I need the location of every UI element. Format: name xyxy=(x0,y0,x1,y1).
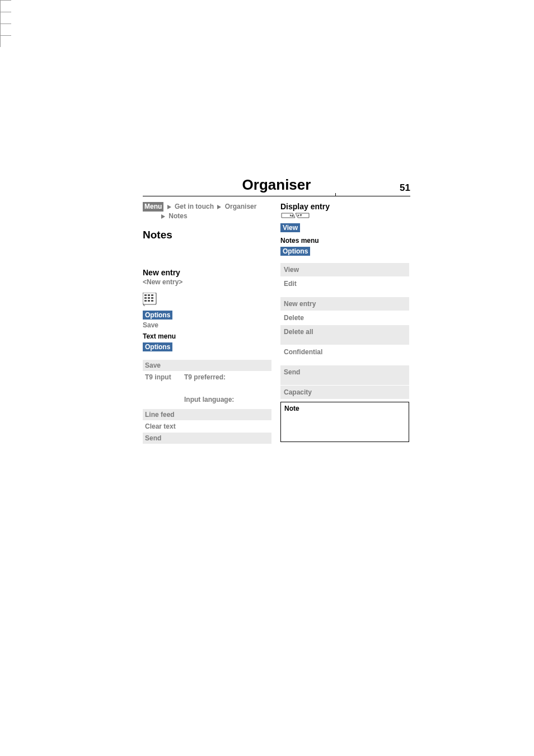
breadcrumb: Menu Get in touch Organiser Notes xyxy=(143,202,271,221)
table-row: T9 input T9 preferred: Input language: xyxy=(143,372,271,409)
menu-softkey: Menu xyxy=(143,202,163,212)
table-row: Delete all xyxy=(280,325,409,345)
menu-new-entry: New entry xyxy=(284,300,316,308)
text-menu-heading: Text menu xyxy=(143,332,271,340)
nav-key-icon: ▲ ▼ xyxy=(280,212,409,220)
table-row: Send xyxy=(143,433,271,444)
arrow-icon xyxy=(167,205,171,209)
row-send: Send xyxy=(145,434,161,442)
save-label: Save xyxy=(143,321,271,329)
svg-rect-5 xyxy=(148,297,150,299)
table-row: Clear text xyxy=(143,421,271,433)
table-row: Send xyxy=(280,365,409,386)
crumb-get-in-touch: Get in touch xyxy=(175,203,214,210)
right-column: Display entry ▲ ▼ View Notes menu Option… xyxy=(280,202,409,444)
table-row: Capacity xyxy=(280,386,409,400)
view-softkey: View xyxy=(280,223,300,232)
new-entry-label: <New entry> xyxy=(143,278,271,286)
title-underline-tick xyxy=(335,193,370,196)
options-softkey: Options xyxy=(280,247,310,256)
table-row: New entry xyxy=(280,297,409,311)
svg-rect-9 xyxy=(151,300,153,302)
table-row: Line feed xyxy=(143,409,271,421)
menu-send: Send xyxy=(284,368,300,376)
menu-capacity: Capacity xyxy=(284,388,312,396)
svg-rect-7 xyxy=(144,300,147,302)
menu-delete: Delete xyxy=(284,314,304,322)
arrow-icon xyxy=(217,205,221,209)
table-row: Edit xyxy=(280,277,409,297)
svg-text:▼: ▼ xyxy=(299,213,303,217)
notes-menu-table: View Edit New entry Delete Delete all Co… xyxy=(280,263,409,400)
crumb-organiser: Organiser xyxy=(225,203,257,210)
left-column: Menu Get in touch Organiser Notes Notes … xyxy=(143,202,271,444)
page-number: 51 xyxy=(400,182,410,194)
svg-rect-1 xyxy=(144,294,147,296)
page-title: Organiser xyxy=(143,176,410,196)
svg-text:▲: ▲ xyxy=(291,213,294,217)
crumb-notes: Notes xyxy=(168,212,187,220)
manual-page: Organiser 51 Menu Get in touch Organiser… xyxy=(143,176,410,444)
notes-heading: Notes xyxy=(143,229,271,241)
table-row: Delete xyxy=(280,311,409,325)
options-softkey: Options xyxy=(143,342,172,351)
row-line-feed: Line feed xyxy=(145,411,175,419)
svg-rect-2 xyxy=(148,294,150,296)
arrow-icon xyxy=(161,214,165,219)
note-box: Note xyxy=(280,402,409,442)
new-entry-heading: New entry xyxy=(143,268,271,277)
row-clear-text: Clear text xyxy=(145,422,176,430)
svg-rect-4 xyxy=(144,297,147,299)
menu-edit: Edit xyxy=(284,280,297,288)
table-row: Save xyxy=(143,360,271,372)
svg-rect-6 xyxy=(151,297,153,299)
note-label: Note xyxy=(284,405,299,412)
menu-confidential: Confidential xyxy=(284,348,322,356)
display-entry-heading: Display entry xyxy=(280,202,409,211)
keypad-icon xyxy=(143,293,271,306)
svg-rect-3 xyxy=(151,294,153,296)
row-t9-preferred: T9 preferred: xyxy=(184,373,234,381)
options-softkey: Options xyxy=(143,311,172,320)
table-row: Confidential xyxy=(280,345,409,365)
row-save: Save xyxy=(145,361,161,369)
row-t9-input: T9 input xyxy=(145,373,184,381)
menu-view: View xyxy=(284,266,299,274)
text-menu-table: Save T9 input T9 preferred: Input langua… xyxy=(143,360,271,444)
row-input-language: Input language: xyxy=(184,396,234,403)
page-header: Organiser 51 xyxy=(143,176,410,196)
menu-delete-all: Delete all xyxy=(284,328,313,336)
table-row: View xyxy=(280,263,409,277)
notes-menu-heading: Notes menu xyxy=(280,237,409,245)
svg-rect-8 xyxy=(148,300,150,302)
